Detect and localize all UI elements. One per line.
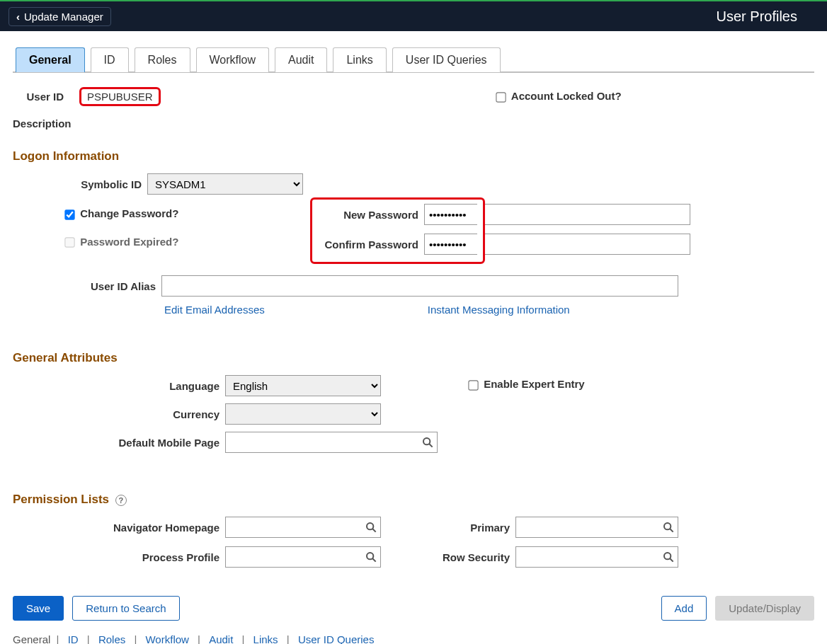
tab-audit[interactable]: Audit bbox=[275, 47, 327, 72]
section-permission-heading: Permission Lists ? bbox=[13, 493, 814, 507]
tabs: General ID Roles Workflow Audit Links Us… bbox=[13, 31, 814, 73]
return-to-search-button[interactable]: Return to Search bbox=[72, 596, 179, 621]
breadcrumb: General | ID | Roles | Workflow | Audit … bbox=[13, 633, 814, 644]
search-icon[interactable] bbox=[663, 522, 674, 533]
default-mobile-label: Default Mobile Page bbox=[13, 437, 225, 449]
password-expired-checkbox bbox=[64, 237, 74, 247]
breadcrumb-id[interactable]: ID bbox=[68, 633, 79, 644]
breadcrumb-current: General bbox=[13, 633, 50, 644]
svg-point-2 bbox=[367, 523, 373, 529]
svg-point-0 bbox=[423, 438, 430, 444]
top-bar: ‹ Update Manager User Profiles bbox=[0, 0, 827, 31]
language-select[interactable]: English bbox=[225, 375, 381, 396]
back-label: Update Manager bbox=[24, 11, 103, 23]
bottom-bar: Save Return to Search Add Update/Display bbox=[13, 596, 814, 621]
enable-expert-checkbox[interactable] bbox=[468, 380, 478, 390]
search-icon[interactable] bbox=[663, 551, 674, 563]
account-locked-field[interactable]: Account Locked Out? bbox=[494, 90, 621, 104]
section-general-attrs-heading: General Attributes bbox=[13, 351, 814, 365]
svg-point-6 bbox=[664, 523, 671, 529]
password-expired-label: Password Expired? bbox=[80, 236, 178, 248]
row-security-input[interactable] bbox=[515, 546, 678, 568]
user-id-value: PSPUBUSER bbox=[79, 87, 161, 106]
currency-select[interactable] bbox=[225, 403, 381, 425]
account-locked-checkbox[interactable] bbox=[496, 92, 506, 102]
password-expired-field[interactable]: Password Expired? bbox=[62, 236, 178, 248]
instant-messaging-link[interactable]: Instant Messaging Information bbox=[428, 304, 570, 316]
search-icon[interactable] bbox=[422, 437, 433, 448]
user-id-alias-input[interactable] bbox=[161, 275, 678, 297]
search-icon[interactable] bbox=[365, 551, 377, 563]
svg-line-1 bbox=[429, 444, 433, 447]
search-icon[interactable] bbox=[365, 522, 377, 533]
save-button[interactable]: Save bbox=[13, 596, 64, 621]
default-mobile-input[interactable] bbox=[225, 432, 438, 453]
primary-label: Primary bbox=[423, 522, 515, 534]
svg-line-9 bbox=[670, 558, 673, 562]
new-password-input-b[interactable] bbox=[485, 204, 690, 225]
password-highlight-box: New Password Confirm Password bbox=[310, 197, 485, 264]
user-id-label: User ID bbox=[13, 91, 69, 103]
enable-expert-field[interactable]: Enable Expert Entry bbox=[466, 378, 585, 390]
change-password-label: Change Password? bbox=[80, 207, 178, 219]
new-password-label: New Password bbox=[318, 209, 424, 221]
currency-label: Currency bbox=[13, 408, 225, 420]
process-profile-label: Process Profile bbox=[13, 551, 225, 563]
confirm-password-input-b[interactable] bbox=[485, 234, 690, 255]
breadcrumb-audit[interactable]: Audit bbox=[209, 633, 233, 644]
add-button[interactable]: Add bbox=[661, 596, 707, 621]
nav-home-input[interactable] bbox=[225, 517, 381, 538]
tab-general[interactable]: General bbox=[16, 47, 85, 72]
svg-line-3 bbox=[372, 529, 376, 532]
svg-line-7 bbox=[670, 529, 673, 532]
help-icon[interactable]: ? bbox=[115, 495, 127, 506]
breadcrumb-roles[interactable]: Roles bbox=[98, 633, 125, 644]
primary-input[interactable] bbox=[515, 517, 678, 538]
svg-point-8 bbox=[664, 553, 671, 559]
tab-id[interactable]: ID bbox=[91, 47, 129, 72]
back-button[interactable]: ‹ Update Manager bbox=[8, 7, 111, 26]
user-id-alias-label: User ID Alias bbox=[13, 280, 161, 292]
confirm-password-input-a[interactable] bbox=[424, 234, 477, 255]
chevron-left-icon: ‹ bbox=[16, 11, 20, 23]
symbolic-id-label: Symbolic ID bbox=[13, 178, 147, 190]
process-profile-input[interactable] bbox=[225, 546, 381, 568]
change-password-field[interactable]: Change Password? bbox=[62, 207, 178, 219]
description-label: Description bbox=[13, 117, 86, 130]
new-password-input-a[interactable] bbox=[424, 204, 477, 225]
enable-expert-label: Enable Expert Entry bbox=[484, 378, 585, 390]
change-password-checkbox[interactable] bbox=[64, 209, 74, 219]
symbolic-id-select[interactable]: SYSADM1 bbox=[147, 173, 303, 195]
breadcrumb-user-id-queries[interactable]: User ID Queries bbox=[298, 633, 375, 644]
tab-roles[interactable]: Roles bbox=[135, 47, 190, 72]
svg-point-4 bbox=[367, 553, 373, 559]
tab-user-id-queries[interactable]: User ID Queries bbox=[392, 47, 501, 72]
language-label: Language bbox=[13, 380, 225, 392]
nav-home-label: Navigator Homepage bbox=[13, 522, 225, 534]
tab-links[interactable]: Links bbox=[333, 47, 386, 72]
page-title: User Profiles bbox=[717, 8, 797, 25]
confirm-password-label: Confirm Password bbox=[318, 238, 424, 251]
account-locked-label: Account Locked Out? bbox=[511, 90, 622, 102]
permission-heading-text: Permission Lists bbox=[13, 493, 109, 506]
breadcrumb-workflow[interactable]: Workflow bbox=[145, 633, 188, 644]
breadcrumb-links[interactable]: Links bbox=[253, 633, 278, 644]
edit-email-link[interactable]: Edit Email Addresses bbox=[164, 304, 265, 316]
row-security-label: Row Security bbox=[423, 551, 515, 563]
svg-line-5 bbox=[372, 558, 376, 562]
section-logon-heading: Logon Information bbox=[13, 149, 814, 163]
tab-workflow[interactable]: Workflow bbox=[196, 47, 270, 72]
update-display-button: Update/Display bbox=[715, 596, 814, 621]
